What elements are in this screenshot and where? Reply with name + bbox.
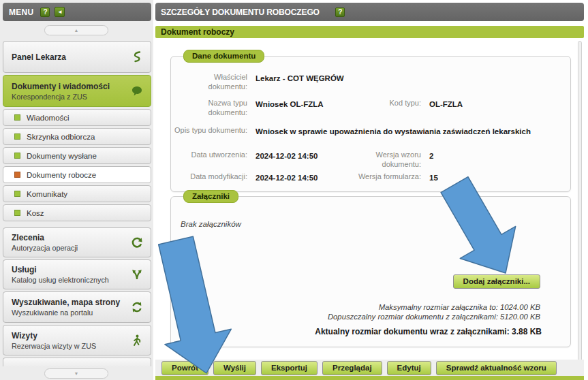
field-value: OL-FZLA (429, 99, 562, 126)
eksportuj-button[interactable]: Eksportuj (261, 361, 318, 375)
field-label: Opis typu dokumentu: (174, 126, 247, 151)
document-data-fieldset: Dane dokumentu Właściciel dokumentu: Lek… (170, 56, 571, 192)
sidebar-scroll-down-button[interactable]: ▼ (44, 368, 108, 379)
actions-toolbar: Powrót Wyślij Eksportuj Przeglądaj Edytu… (155, 360, 584, 376)
branch-arrows-icon (129, 268, 144, 281)
walking-person-icon (129, 334, 144, 347)
sprawdz-aktualnosc-wzoru-button[interactable]: Sprawdź aktualność wzoru (436, 361, 557, 375)
menu-title: MENU (9, 7, 33, 17)
sidebar-item-title: Panel Lekarza (12, 52, 129, 62)
sidebar-item-title: Dokumenty i wiadomości (12, 82, 129, 91)
section-bar-title: Dokument roboczy (161, 27, 234, 37)
fieldset-legend: Dane dokumentu (183, 50, 264, 63)
sync-arrows-icon (129, 300, 144, 314)
current-document-size: Aktualny rozmiar dokumentu wraz z załącz… (315, 327, 542, 336)
wyslij-button[interactable]: Wyślij (213, 361, 256, 375)
field-label: Nazwa typu dokumentu: (174, 99, 247, 126)
przegladaj-button[interactable]: Przeglądaj (322, 361, 382, 375)
field-label: Wersja formularza: (349, 172, 421, 194)
field-label: Właściciel dokumentu: (174, 73, 247, 99)
sidebar-item-wizyty[interactable]: Wizyty Rezerwacja wizyty w ZUS (3, 325, 151, 355)
add-attachments-button[interactable]: Dodaj załączniki... (453, 274, 540, 289)
green-square-icon (14, 153, 20, 159)
sidebar-collapse-icon[interactable]: ◄ (55, 7, 65, 17)
page-header: SZCZEGÓŁY DOKUMENTU ROBOCZEGO ? (155, 3, 584, 21)
sidebar-item-zlecenia[interactable]: Zlecenia Autoryzacja operacji (3, 227, 151, 257)
menu-header: MENU ? ◄ (3, 3, 151, 21)
page-title: SZCZEGÓŁY DOKUMENTU ROBOCZEGO (161, 7, 320, 17)
field-value: Wniosek OL-FZLA (256, 99, 341, 126)
fieldset-legend: Załączniki (183, 190, 238, 203)
sidebar-item-wiadomosci[interactable]: Wiadomości (3, 109, 151, 126)
section-bar: Dokument roboczy (155, 26, 584, 38)
sidebar-item-skrzynka-odbiorcza[interactable]: Skrzynka odbiorcza (3, 128, 151, 145)
field-value: 2024-12-02 14:50 (256, 151, 341, 172)
sidebar-item-komunikaty[interactable]: Komunikaty (3, 185, 151, 202)
field-value: Lekarz - COT WĘGRÓW (256, 73, 562, 99)
field-value: 15 (429, 172, 562, 194)
max-attachment-size-note: Maksymalny rozmiar załącznika to: 1024.0… (379, 303, 540, 311)
document-fields: Właściciel dokumentu: Lekarz - COT WĘGRÓ… (171, 57, 570, 194)
field-label: Data utworzenia: (174, 151, 247, 172)
vertical-scrollbar[interactable] (578, 41, 582, 376)
sidebar-item-dokumenty-i-wiadomosci[interactable]: Dokumenty i wiadomości Korespondencja z … (3, 75, 151, 107)
sidebar-item-wyszukiwanie[interactable]: Wyszukiwanie, mapa strony Wyszukiwanie n… (3, 291, 151, 323)
sidebar-scroll-up-button[interactable]: ▲ (44, 25, 108, 35)
sidebar-item-subtitle: Korespondencja z ZUS (12, 93, 129, 101)
pue-zus-page: MENU ? ◄ ▲ Panel Lekarza Dokumenty i wia… (0, 0, 588, 380)
attachments-fieldset: Załączniki Brak załączników Dodaj załącz… (170, 196, 571, 347)
refresh-arrow-icon (129, 236, 144, 249)
sidebar-item-partial (3, 358, 151, 366)
field-value: 2024-12-02 14:50 (256, 172, 341, 194)
no-attachments-text: Brak załączników (181, 220, 241, 228)
powrot-button[interactable]: Powrót (161, 361, 208, 375)
bottom-accent-strip (155, 376, 584, 380)
green-square-icon (14, 191, 20, 197)
sidebar-item-dokumenty-robocze[interactable]: Dokumenty robocze (3, 166, 151, 183)
green-square-icon (14, 133, 20, 140)
sidebar-item-dokumenty-wyslane[interactable]: Dokumenty wysłane (3, 147, 151, 164)
menu-help-icon[interactable]: ? (40, 7, 50, 17)
orange-square-icon (14, 172, 20, 178)
speech-bubble-icon (129, 84, 144, 98)
sidebar-item-kosz[interactable]: Kosz (3, 204, 151, 221)
field-label: Wersja wzoru dokumentu: (349, 151, 421, 172)
green-square-icon (14, 114, 20, 121)
edytuj-button[interactable]: Edytuj (387, 361, 431, 375)
sidebar-item-uslugi[interactable]: Usługi Katalog usług elektronicznych (3, 259, 151, 289)
sidebar-item-panel-lekarza[interactable]: Panel Lekarza (3, 41, 151, 73)
stethoscope-icon (129, 50, 144, 64)
field-value: Wniosek w sprawie upoważnienia do wystaw… (256, 126, 562, 151)
field-value: 2 (429, 151, 562, 172)
field-label: Kod typu: (349, 99, 421, 126)
green-square-icon (14, 210, 20, 216)
max-document-size-note: Dopuszczalny rozmiar dokumentu z załączn… (328, 313, 540, 321)
page-help-icon[interactable]: ? (335, 7, 345, 17)
